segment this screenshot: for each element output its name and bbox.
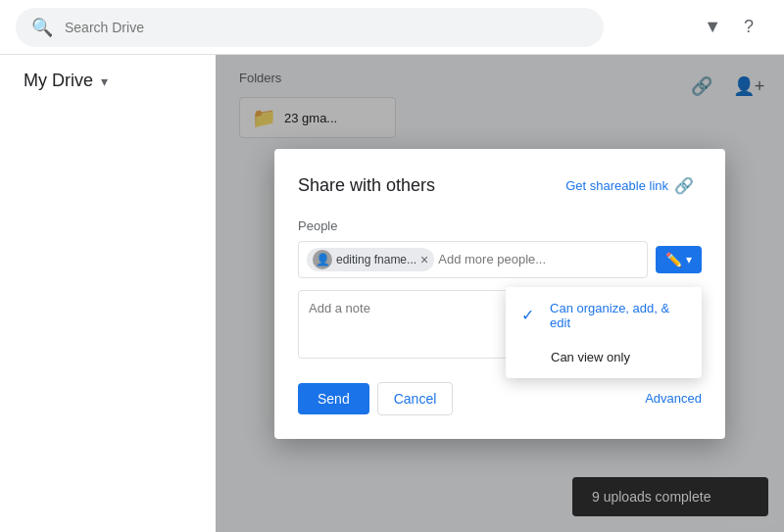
people-input-box[interactable]: 👤 editing fname... × bbox=[298, 241, 648, 278]
dialog-footer: Send Cancel Advanced bbox=[298, 382, 702, 415]
permission-option-view[interactable]: Can view only bbox=[506, 340, 702, 374]
search-icon: 🔍 bbox=[31, 17, 53, 38]
link-icon: 🔗 bbox=[674, 176, 694, 195]
avatar: 👤 bbox=[313, 250, 332, 269]
dropdown-arrow-icon[interactable]: ▼ bbox=[704, 17, 721, 37]
search-input[interactable] bbox=[65, 20, 588, 35]
get-link-button[interactable]: Get shareable link 🔗 bbox=[558, 172, 702, 199]
cancel-button[interactable]: Cancel bbox=[377, 382, 454, 415]
check-icon: ✓ bbox=[521, 306, 538, 324]
people-label: People bbox=[298, 218, 702, 233]
help-button[interactable]: ? bbox=[729, 8, 768, 47]
send-button[interactable]: Send bbox=[298, 383, 369, 414]
chip-name: editing fname... bbox=[336, 253, 416, 266]
top-bar: 🔍 ▼ ? bbox=[0, 0, 784, 55]
content-area: 🔗 👤+ Folders 📁 23 gma... Share with othe… bbox=[216, 55, 784, 532]
chip-remove-button[interactable]: × bbox=[420, 253, 428, 266]
dialog-title: Share with others bbox=[298, 175, 435, 196]
permission-arrow-icon: ▾ bbox=[686, 253, 692, 266]
edit-icon: ✏️ bbox=[665, 252, 682, 267]
get-link-label: Get shareable link bbox=[565, 178, 668, 193]
top-bar-right: ▼ ? bbox=[696, 8, 768, 47]
my-drive-header[interactable]: My Drive ▾ bbox=[0, 63, 216, 99]
permission-dropdown: ✓ Can organize, add, & edit Can view onl… bbox=[506, 287, 702, 378]
main-layout: My Drive ▾ 🔗 👤+ Folders 📁 23 gma... Shar… bbox=[0, 55, 784, 532]
chevron-down-icon: ▾ bbox=[101, 73, 108, 89]
my-drive-label: My Drive bbox=[24, 71, 93, 91]
dialog-header: Share with others Get shareable link 🔗 bbox=[298, 172, 702, 199]
permission-option-organize[interactable]: ✓ Can organize, add, & edit bbox=[506, 291, 702, 340]
add-people-input[interactable] bbox=[438, 252, 639, 266]
sidebar: My Drive ▾ bbox=[0, 55, 216, 532]
permission-container: ✏️ ▾ ✓ Can organize, add, & edit Can vie… bbox=[656, 246, 702, 273]
permission-option-organize-label: Can organize, add, & edit bbox=[550, 301, 686, 330]
permission-option-view-label: Can view only bbox=[551, 350, 630, 364]
share-dialog: Share with others Get shareable link 🔗 P… bbox=[274, 149, 725, 439]
people-input-row: 👤 editing fname... × ✏️ ▾ ✓ bbox=[298, 241, 702, 278]
advanced-link[interactable]: Advanced bbox=[645, 391, 702, 406]
person-chip: 👤 editing fname... × bbox=[307, 248, 434, 271]
permission-button[interactable]: ✏️ ▾ bbox=[656, 246, 702, 273]
search-area: 🔍 bbox=[16, 8, 604, 47]
